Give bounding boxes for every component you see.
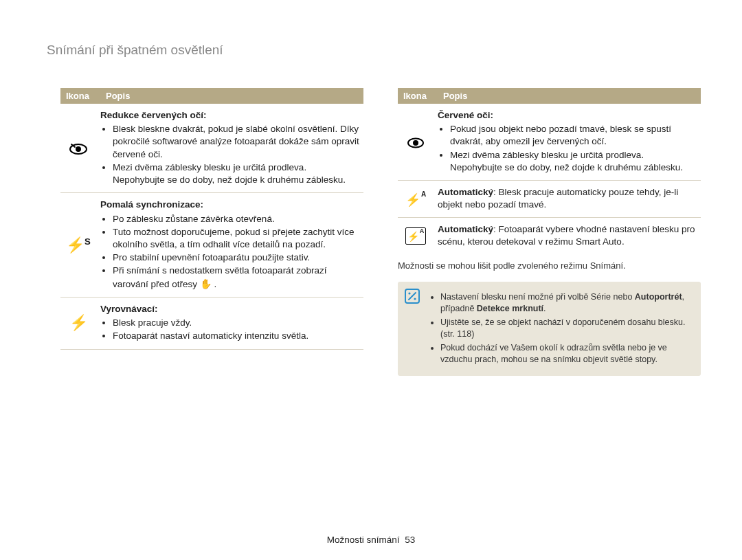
table-row: ⚡A Automatický: Blesk pracuje automatick…	[398, 181, 701, 217]
page-footer: Možnosti snímání 53	[0, 535, 742, 545]
info-note-box: Nastavení blesku není možné při volbě Sé…	[398, 282, 701, 376]
content-columns: Ikona Popis Redukce červených očí: Blesk…	[60, 88, 701, 376]
slow-sync-flash-icon: ⚡S	[60, 193, 100, 298]
list-item: Po záblesku zůstane závěrka otevřená.	[113, 213, 359, 225]
list-item: Pokud dochází ve Vašem okolí k odrazům s…	[440, 342, 691, 366]
row-desc: Automatický: Fotoaparát vybere vhodné na…	[438, 217, 701, 254]
options-vary-note: Možnosti se mohou lišit podle zvoleného …	[398, 260, 701, 271]
list-item: Fotoaparát nastaví automaticky intenzitu…	[113, 330, 359, 342]
list-item: Ujistěte se, že se objekt nachází v dopo…	[440, 317, 691, 341]
table-row: Červené oči: Pokud jsou objekt nebo poza…	[398, 104, 701, 181]
list-item: Blesk pracuje vždy.	[113, 317, 359, 329]
row-desc: Redukce červených očí: Blesk bleskne dva…	[100, 104, 363, 193]
right-column: Ikona Popis Červené oči: Pokud jsou obje…	[398, 88, 701, 376]
table-row: Redukce červených očí: Blesk bleskne dva…	[60, 104, 363, 193]
header-desc: Popis	[100, 88, 363, 104]
list-item: Nastavení blesku není možné při volbě Sé…	[440, 291, 691, 315]
table-header-row: Ikona Popis	[398, 88, 701, 104]
red-eye-icon	[398, 104, 438, 181]
page-title: Snímání při špatném osvětlení	[47, 43, 223, 58]
header-icon: Ikona	[60, 88, 100, 104]
row-desc: Červené oči: Pokud jsou objekt nebo poza…	[438, 104, 701, 181]
shake-warning-icon: ✋	[200, 278, 212, 289]
red-eye-reduction-icon	[60, 104, 100, 193]
fill-flash-icon: ⚡	[60, 297, 100, 349]
svg-point-4	[408, 292, 410, 294]
table-header-row: Ikona Popis	[60, 88, 363, 104]
svg-point-3	[413, 140, 418, 146]
table-row: ⚡ Vyrovnávací: Blesk pracuje vždy. Fotoa…	[60, 297, 363, 349]
header-icon: Ikona	[398, 88, 438, 104]
smart-auto-flash-icon: ⚡A	[398, 217, 438, 254]
svg-point-1	[76, 146, 81, 152]
list-item: Tuto možnost doporučujeme, pokud si přej…	[113, 226, 359, 251]
right-table: Ikona Popis Červené oči: Pokud jsou obje…	[398, 88, 701, 254]
left-table: Ikona Popis Redukce červených očí: Blesk…	[60, 88, 363, 350]
auto-flash-icon: ⚡A	[398, 181, 438, 217]
table-row: ⚡S Pomalá synchronizace: Po záblesku zůs…	[60, 193, 363, 298]
list-item: Mezi dvěma záblesky blesku je určitá pro…	[113, 161, 359, 186]
header-desc: Popis	[438, 88, 701, 104]
list-item: Pokud jsou objekt nebo pozadí tmavé, ble…	[450, 123, 697, 148]
list-item: Blesk bleskne dvakrát, pokud je slabé ok…	[113, 123, 359, 161]
list-item: Mezi dvěma záblesky blesku je určitá pro…	[450, 149, 697, 174]
row-desc: Vyrovnávací: Blesk pracuje vždy. Fotoapa…	[100, 297, 363, 349]
svg-point-5	[414, 298, 416, 300]
info-icon	[405, 289, 420, 304]
row-desc: Pomalá synchronizace: Po záblesku zůstan…	[100, 193, 363, 298]
list-item: Pro stabilní upevnění fotoaparátu použij…	[113, 251, 359, 264]
left-column: Ikona Popis Redukce červených očí: Blesk…	[60, 88, 363, 376]
table-row: ⚡A Automatický: Fotoaparát vybere vhodné…	[398, 217, 701, 254]
list-item: Při snímání s nedostatkem světla fotoapa…	[113, 265, 359, 290]
row-desc: Automatický: Blesk pracuje automaticky p…	[438, 181, 701, 217]
